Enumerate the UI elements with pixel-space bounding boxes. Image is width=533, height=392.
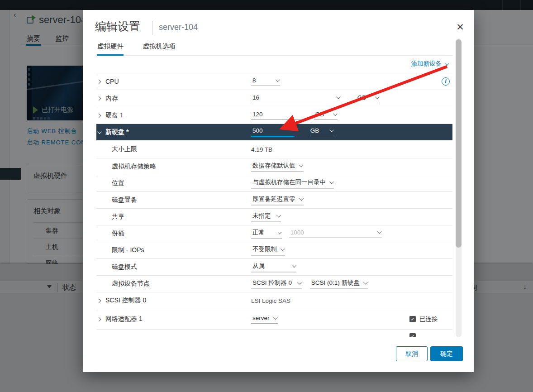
- scrollbar-thumb[interactable]: [456, 39, 462, 248]
- add-new-device-label: 添加新设备: [411, 60, 442, 68]
- row-provisioning: 磁盘置备 厚置备延迟置零: [96, 192, 452, 209]
- chevron-down-icon[interactable]: [97, 129, 102, 134]
- cpu-value: 8: [252, 77, 256, 84]
- provisioning-select[interactable]: 厚置备延迟置零: [251, 195, 304, 206]
- memory-label: 内存: [105, 95, 118, 103]
- chevron-down-icon: [292, 263, 296, 268]
- chevron-down-icon: [273, 315, 277, 320]
- chevron-down-icon: [277, 229, 282, 234]
- add-new-device-button[interactable]: 添加新设备: [411, 60, 448, 68]
- shares-select[interactable]: 正常: [251, 229, 282, 239]
- chevron-down-icon: [377, 229, 382, 234]
- chevron-right-icon[interactable]: [97, 96, 101, 101]
- ok-button[interactable]: 确定: [430, 346, 463, 361]
- chevron-right-icon[interactable]: [97, 113, 101, 118]
- device-node-label: 虚拟设备节点: [112, 280, 150, 288]
- disk1-unit: GB: [315, 111, 324, 118]
- disk1-unit-select[interactable]: GB: [314, 111, 338, 120]
- sharing-value: 未指定: [252, 212, 271, 220]
- row-network-adapter: 网络适配器 1 server ✓ 已连接: [96, 309, 452, 330]
- storage-policy-value: 数据存储默认值: [252, 162, 295, 170]
- new-disk-unit-select[interactable]: GB: [309, 127, 334, 136]
- disk-mode-select[interactable]: 从属: [251, 262, 296, 272]
- close-icon[interactable]: ✕: [453, 20, 467, 34]
- row-limit-iops: 限制 - IOPs 不受限制: [96, 242, 452, 259]
- scrollbar-track[interactable]: [456, 38, 462, 337]
- device-node-slot-select[interactable]: SCSI (0:1) 新硬盘: [310, 279, 368, 289]
- chevron-down-icon: [276, 213, 281, 217]
- shares-amount-combobox: 1000: [289, 229, 382, 238]
- location-label: 位置: [112, 179, 124, 187]
- row-location: 位置 与虚拟机存储在同一目录中: [96, 175, 452, 192]
- row-new-disk: 新硬盘 * GB: [96, 124, 452, 140]
- memory-unit-select[interactable]: GB: [356, 94, 380, 103]
- scsi-controller-label: SCSI 控制器 0: [105, 296, 146, 305]
- connected-label: 已连接: [419, 315, 438, 323]
- memory-unit: GB: [357, 94, 366, 101]
- disk1-label: 硬盘 1: [105, 111, 124, 120]
- row-memory: 内存 16 GB: [96, 90, 452, 107]
- memory-combobox[interactable]: 16: [251, 94, 341, 103]
- row-device-node: 虚拟设备节点 SCSI 控制器 0 SCSI (0:1) 新硬盘: [96, 276, 452, 292]
- dialog-title: 编辑设置: [95, 19, 140, 34]
- chevron-down-icon: [329, 179, 334, 184]
- new-disk-size-input[interactable]: [251, 127, 295, 137]
- storage-policy-label: 虚拟机存储策略: [112, 163, 156, 171]
- chevron-down-icon: [375, 95, 380, 99]
- dialog-footer: 取消 确定: [83, 344, 474, 372]
- cpu-label: CPU: [105, 78, 119, 85]
- disk1-size-input[interactable]: [251, 111, 309, 120]
- row-sharing: 共享 未指定: [96, 209, 452, 225]
- shares-label: 份额: [112, 229, 124, 238]
- location-select[interactable]: 与虚拟机存储在同一目录中: [251, 178, 334, 189]
- checkbox-checked-icon[interactable]: ✓: [409, 333, 416, 337]
- network-value: server: [252, 315, 270, 321]
- provisioning-label: 磁盘置备: [112, 196, 137, 204]
- row-scsi-controller: SCSI 控制器 0 LSI Logic SAS: [96, 292, 452, 309]
- chevron-down-icon: [363, 280, 368, 284]
- title-divider: [152, 21, 152, 35]
- new-disk-label: 新硬盘 *: [105, 128, 128, 136]
- chevron-down-icon: [329, 128, 334, 132]
- row-max-size: 大小上限 4.19 TB: [96, 140, 452, 158]
- chevron-right-icon[interactable]: [97, 317, 101, 321]
- tab-vm-options[interactable]: 虚拟机选项: [143, 42, 176, 54]
- limit-iops-select[interactable]: 不受限制: [251, 245, 285, 256]
- shares-value: 正常: [252, 229, 265, 237]
- row-disk1: 硬盘 1 GB: [96, 107, 452, 124]
- max-size-label: 大小上限: [112, 145, 137, 153]
- shares-amount-value: 1000: [290, 229, 304, 236]
- device-node-slot-value: SCSI (0:1) 新硬盘: [311, 279, 360, 287]
- chevron-right-icon[interactable]: [97, 79, 101, 84]
- tab-virtual-hardware[interactable]: 虚拟硬件: [97, 42, 124, 56]
- network-adapter-label: 网络适配器 1: [105, 315, 143, 323]
- device-node-controller-value: SCSI 控制器 0: [252, 279, 292, 287]
- row-storage-policy: 虚拟机存储策略 数据存储默认值: [96, 158, 452, 175]
- chevron-down-icon: [445, 61, 449, 66]
- cpu-select[interactable]: 8: [251, 77, 280, 86]
- device-node-controller-select[interactable]: SCSI 控制器 0: [251, 279, 302, 289]
- memory-value: 16: [252, 94, 259, 101]
- dialog-vm-name: server-104: [159, 23, 198, 32]
- row-next-partial: ✓: [96, 330, 452, 337]
- chevron-down-icon: [336, 95, 341, 99]
- chevron-right-icon[interactable]: [97, 298, 101, 303]
- row-cpu: CPU 8 i: [96, 73, 452, 90]
- chevron-down-icon: [276, 77, 280, 82]
- new-disk-unit: GB: [310, 127, 319, 134]
- network-select[interactable]: server: [251, 315, 278, 324]
- chevron-down-icon: [299, 196, 303, 201]
- chevron-down-icon: [281, 246, 285, 251]
- max-size-value: 4.19 TB: [251, 146, 272, 153]
- checkbox-checked-icon[interactable]: ✓: [409, 316, 416, 322]
- sharing-select[interactable]: 未指定: [251, 212, 281, 222]
- connected-checkbox-group[interactable]: ✓ 已连接: [409, 315, 438, 323]
- cancel-button[interactable]: 取消: [396, 346, 428, 361]
- info-icon[interactable]: i: [442, 77, 450, 86]
- disk-mode-label: 磁盘模式: [112, 263, 137, 271]
- chevron-down-icon: [297, 280, 302, 284]
- scsi-controller-value: LSI Logic SAS: [251, 297, 290, 304]
- dialog-tabs: 虚拟硬件 虚拟机选项: [97, 42, 453, 56]
- sharing-label: 共享: [112, 213, 124, 221]
- storage-policy-select[interactable]: 数据存储默认值: [251, 162, 304, 172]
